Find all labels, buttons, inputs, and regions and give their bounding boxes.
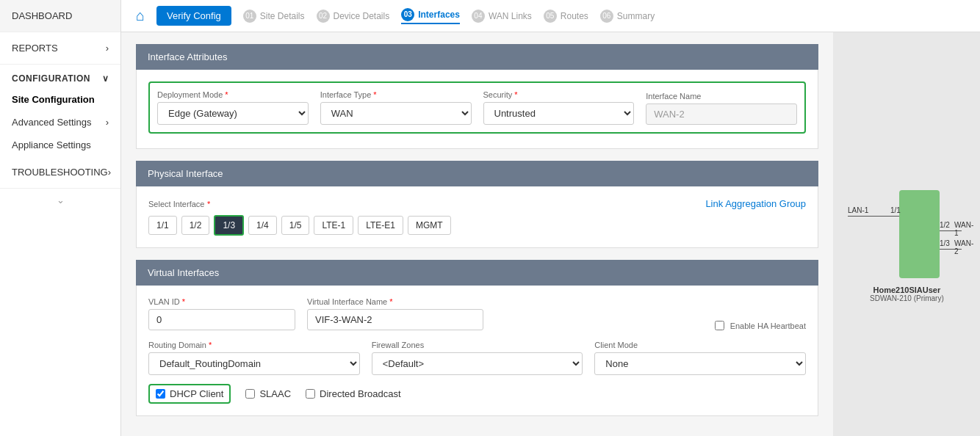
ha-heartbeat-group: Enable HA Heartbeat (495, 321, 806, 330)
form-panel: Interface Attributes Deployment Mode * (121, 32, 833, 436)
main-area: ⌂ Verify Config 01 Site Details 02 Devic… (121, 0, 980, 436)
nav-step-wan-links[interactable]: 04 WAN Links (472, 10, 532, 23)
directed-broadcast-checkbox[interactable] (306, 389, 315, 399)
directed-broadcast-label: Directed Broadcast (320, 388, 401, 399)
chevron-right-icon: › (108, 167, 111, 178)
virtual-interfaces-row1: VLAN ID * Virtual Interface Name * (148, 297, 806, 330)
nav-step-summary[interactable]: 06 Summary (600, 10, 655, 23)
routing-domain-select[interactable]: Default_RoutingDomain (148, 352, 360, 375)
chevron-down-icon: ⌄ (57, 195, 65, 206)
interface-type-select[interactable]: WAN (320, 102, 472, 125)
wan2-label: WAN-2 (954, 239, 973, 255)
routing-domain-label: Routing Domain * (148, 341, 360, 349)
nav-step-device-details[interactable]: 02 Device Details (317, 10, 390, 23)
interface-btn-LTE-E1[interactable]: LTE-E1 (358, 216, 403, 235)
device-info: Home210SIAUser SDWAN-210 (Primary) (870, 286, 944, 302)
interface-name-group: Interface Name (646, 92, 797, 125)
interface-attributes-body: Deployment Mode * Edge (Gateway) Interfa… (136, 70, 818, 149)
virtual-interfaces-body: VLAN ID * Virtual Interface Name * (136, 286, 818, 416)
sidebar-item-troubleshooting[interactable]: TROUBLESHOOTING › (0, 156, 120, 189)
virtual-interfaces-section: Virtual Interfaces VLAN ID * (136, 260, 818, 416)
security-select[interactable]: Untrusted (483, 102, 635, 125)
sidebar-item-reports[interactable]: REPORTS › (0, 32, 120, 65)
slaac-checkbox[interactable] (245, 389, 255, 399)
lan1-line (848, 216, 899, 217)
firewall-zones-group: Firewall Zones <Default> (372, 341, 583, 375)
vlan-id-input[interactable] (148, 309, 295, 330)
interface-selector: 1/11/21/31/41/5LTE-1LTE-E1MGMT (148, 215, 806, 236)
interface-attributes-section: Interface Attributes Deployment Mode * (136, 44, 818, 149)
slaac-label: SLAAC (259, 388, 291, 399)
lan1-label: LAN-1 (848, 206, 868, 214)
vlan-id-group: VLAN ID * (148, 297, 295, 330)
content-area: Interface Attributes Deployment Mode * (121, 32, 980, 436)
dhcp-client-group: DHCP Client (148, 384, 231, 404)
dhcp-client-checkbox[interactable] (156, 389, 165, 399)
firewall-zones-label: Firewall Zones (372, 341, 583, 349)
sidebar-item-appliance-settings[interactable]: Appliance Settings (0, 134, 120, 156)
interface-name-label: Interface Name (646, 92, 797, 101)
client-mode-label: Client Mode (594, 341, 806, 349)
select-interface-label-group: Select Interface * (148, 198, 210, 209)
physical-interface-header: Physical Interface (136, 161, 818, 186)
interface-attributes-highlight: Deployment Mode * Edge (Gateway) Interfa… (148, 81, 806, 134)
diagram-panel: LAN-1 1/1 1/2 WAN-1 1/3 WAN-2 Home210SIA… (833, 32, 980, 436)
security-group: Security * Untrusted (483, 90, 635, 125)
nav-step-interfaces[interactable]: 03 Interfaces (401, 8, 460, 24)
chevron-down-icon: ∨ (102, 73, 109, 84)
port11-label: 1/1 (890, 206, 901, 214)
firewall-zones-select[interactable]: <Default> (372, 352, 583, 375)
interface-btn-1-5[interactable]: 1/5 (281, 216, 310, 235)
sidebar-item-dashboard[interactable]: DASHBOARD (0, 0, 120, 32)
interface-attributes-row: Deployment Mode * Edge (Gateway) Interfa… (157, 90, 797, 125)
sidebar-scroll-down[interactable]: ⌄ (0, 189, 120, 211)
deployment-mode-label: Deployment Mode * (157, 90, 309, 99)
routing-domain-group: Routing Domain * Default_RoutingDomain (148, 341, 360, 375)
verify-config-button[interactable]: Verify Config (156, 6, 231, 26)
device-diagram (899, 190, 940, 278)
slaac-group: SLAAC (245, 388, 291, 399)
sidebar-item-advanced-settings[interactable]: Advanced Settings › (0, 111, 120, 134)
interface-btn-MGMT[interactable]: MGMT (408, 216, 451, 235)
vif-name-group: Virtual Interface Name * (307, 297, 483, 330)
sidebar: DASHBOARD REPORTS › CONFIGURATION ∨ Site… (0, 0, 121, 436)
security-label: Security * (483, 90, 635, 99)
interface-btn-1-1[interactable]: 1/1 (148, 216, 177, 235)
interface-btn-1-3[interactable]: 1/3 (214, 215, 244, 236)
select-interface-label: Select Interface (148, 200, 204, 208)
vif-name-input[interactable] (307, 309, 483, 330)
directed-broadcast-group: Directed Broadcast (306, 388, 401, 399)
physical-interface-body: Select Interface * Link Aggregation Grou… (136, 186, 818, 248)
interface-btn-1-2[interactable]: 1/2 (181, 216, 210, 235)
nav-step-routes[interactable]: 05 Routes (544, 10, 588, 23)
port13-label: 1/3 (940, 239, 950, 247)
checkbox-row: DHCP Client SLAAC Directed Broadcast (148, 384, 806, 404)
port12-label: 1/2 (940, 221, 950, 229)
interface-attributes-header: Interface Attributes (136, 44, 818, 70)
vif-name-label: Virtual Interface Name * (307, 297, 483, 306)
client-mode-group: Client Mode None (594, 341, 806, 375)
nav-step-site-details[interactable]: 01 Site Details (243, 10, 305, 23)
client-mode-select[interactable]: None (594, 352, 806, 375)
deployment-mode-select[interactable]: Edge (Gateway) (157, 102, 309, 125)
dhcp-client-label: DHCP Client (170, 388, 223, 399)
interface-name-input (646, 103, 797, 125)
physical-interface-section: Physical Interface Select Interface * Li… (136, 161, 818, 248)
ha-heartbeat-checkbox[interactable] (715, 321, 724, 330)
ha-heartbeat-label: Enable HA Heartbeat (730, 321, 806, 330)
virtual-interfaces-row2: Routing Domain * Default_RoutingDomain F… (148, 341, 806, 375)
interface-btn-1-4[interactable]: 1/4 (248, 216, 277, 235)
sidebar-section-configuration[interactable]: CONFIGURATION ∨ (0, 65, 120, 88)
interface-btn-LTE-1[interactable]: LTE-1 (314, 216, 353, 235)
chevron-right-icon: › (106, 117, 109, 128)
virtual-interfaces-header: Virtual Interfaces (136, 260, 818, 286)
deployment-mode-group: Deployment Mode * Edge (Gateway) (157, 90, 309, 125)
sidebar-item-site-config[interactable]: Site Configuration (0, 88, 120, 111)
lag-link[interactable]: Link Aggregation Group (705, 198, 806, 209)
wan1-label: WAN-1 (954, 221, 973, 237)
chevron-right-icon: › (106, 43, 109, 54)
top-navigation: ⌂ Verify Config 01 Site Details 02 Devic… (121, 0, 980, 32)
home-icon[interactable]: ⌂ (136, 7, 145, 24)
vlan-id-label: VLAN ID * (148, 297, 295, 306)
interface-type-label: Interface Type * (320, 90, 472, 99)
